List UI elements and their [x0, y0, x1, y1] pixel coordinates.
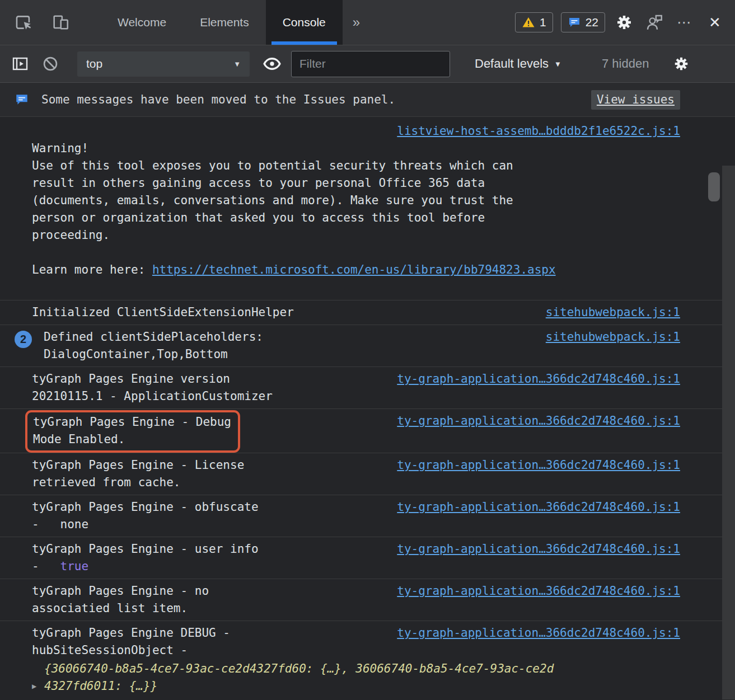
log-text: tyGraph Pages Engine version 20210115.1 … — [32, 370, 390, 405]
scrollbar-gutter — [722, 166, 735, 699]
source-link[interactable]: ty-graph-application…366dc2d748c460.js:1 — [397, 412, 680, 430]
close-devtools-icon[interactable]: ✕ — [704, 10, 726, 35]
view-issues-link[interactable]: View issues — [591, 90, 680, 110]
source-link[interactable]: ty-graph-application…366dc2d748c460.js:1 — [397, 582, 680, 600]
log-row: Initialized ClientSideExtensionHelper si… — [0, 300, 735, 325]
annotation-highlight-box: tyGraph Pages Engine - Debug Mode Enable… — [25, 410, 240, 453]
log-text: tyGraph Pages Engine - no associatied li… — [32, 582, 390, 617]
context-selector[interactable]: top ▼ — [77, 51, 250, 77]
log-row: tyGraph Pages Engine - obfuscate - none … — [0, 495, 735, 537]
log-text: Initialized ClientSideExtensionHelper — [32, 304, 539, 321]
feedback-person-icon[interactable] — [643, 10, 666, 35]
log-row: tyGraph Pages Engine - user info - true … — [0, 537, 735, 579]
issues-info-text: Some messages have been moved to the Iss… — [41, 91, 395, 109]
console-sidebar-toggle-icon[interactable] — [9, 51, 31, 76]
source-link[interactable]: listview-host-assemb…bdddb2f1e6522c.js:1 — [397, 124, 680, 138]
log-row-debug-mode: tyGraph Pages Engine - Debug Mode Enable… — [0, 409, 735, 453]
source-link[interactable]: sitehubwebpack.js:1 — [546, 328, 680, 346]
source-link[interactable]: ty-graph-application…366dc2d748c460.js:1 — [397, 499, 680, 516]
log-text: tyGraph Pages Engine - Debug Mode Enable… — [32, 412, 390, 449]
log-row: tyGraph Pages Engine - no associatied li… — [0, 579, 735, 621]
chat-bubble-icon — [568, 16, 581, 29]
tab-elements[interactable]: Elements — [183, 0, 266, 45]
device-toolbar-icon[interactable] — [49, 10, 72, 35]
more-options-icon[interactable]: ⋯ — [673, 10, 696, 35]
console-toolbar: top ▼ Default levels ▼ 7 hidden — [0, 45, 735, 83]
message-count: 22 — [586, 16, 598, 29]
repeat-count-badge: 2 — [15, 331, 32, 348]
log-row: tyGraph Pages Engine version 20210115.1 … — [0, 367, 735, 409]
tab-console[interactable]: Console — [266, 0, 343, 45]
inspect-element-icon[interactable] — [12, 10, 35, 35]
learn-more-link[interactable]: https://technet.microsoft.com/en-us/libr… — [152, 263, 556, 276]
log-text: tyGraph Pages Engine - License retrieved… — [32, 457, 390, 491]
warnings-badge[interactable]: 1 — [515, 12, 553, 32]
live-expression-eye-icon[interactable] — [261, 51, 283, 76]
source-link[interactable]: ty-graph-application…366dc2d748c460.js:1 — [397, 370, 680, 388]
chat-bubble-icon — [15, 92, 29, 107]
log-levels-label: Default levels — [475, 57, 549, 71]
source-link[interactable]: ty-graph-application…366dc2d748c460.js:1 — [397, 457, 680, 474]
more-tabs-chevron[interactable]: » — [343, 0, 370, 45]
warning-log-entry: listview-host-assemb…bdddb2f1e6522c.js:1… — [0, 117, 735, 300]
log-row-debug-object: tyGraph Pages Engine DEBUG - hubSiteSess… — [0, 621, 735, 698]
scrollbar-thumb[interactable] — [708, 172, 720, 201]
learn-more-label: Learn more here: — [32, 263, 152, 276]
tab-welcome[interactable]: Welcome — [101, 0, 183, 45]
chevron-down-icon: ▼ — [233, 60, 241, 68]
log-text: tyGraph Pages Engine - user info - true — [32, 541, 390, 575]
log-text: tyGraph Pages Engine - obfuscate - none — [32, 499, 390, 533]
log-text: tyGraph Pages Engine DEBUG - hubSiteSess… — [32, 624, 390, 659]
source-link[interactable]: ty-graph-application…366dc2d748c460.js:1 — [397, 541, 680, 558]
filter-input[interactable] — [291, 51, 450, 77]
source-link[interactable]: ty-graph-application…366dc2d748c460.js:1 — [397, 624, 680, 642]
panel-tabs: Welcome Elements Console » — [101, 0, 370, 45]
log-row: tyGraph Pages Engine - License retrieved… — [0, 453, 735, 495]
settings-gear-icon[interactable] — [613, 10, 635, 35]
expand-triangle-icon[interactable]: ▶ — [32, 660, 44, 695]
issues-info-bar: Some messages have been moved to the Iss… — [0, 83, 735, 117]
console-settings-gear-icon[interactable] — [670, 51, 692, 76]
warning-log-text: Warning! Use of this tool exposes you to… — [32, 140, 680, 244]
log-levels-dropdown[interactable]: Default levels ▼ — [475, 57, 561, 71]
console-messages: Some messages have been moved to the Iss… — [0, 83, 735, 699]
hidden-messages-count: 7 hidden — [602, 57, 649, 71]
object-preview[interactable]: {36066740-b8a5-4ce7-93ac-ce2d4327fd60: {… — [44, 660, 680, 695]
chevron-down-icon: ▼ — [554, 60, 561, 68]
warning-triangle-icon — [522, 16, 535, 29]
devtools-tabbar: Welcome Elements Console » 1 — [0, 0, 735, 45]
boolean-value: true — [60, 560, 89, 573]
log-text: Defined clientSidePlaceholders: DialogCo… — [44, 328, 539, 363]
context-selected-value: top — [86, 57, 102, 71]
source-link[interactable]: sitehubwebpack.js:1 — [546, 304, 680, 321]
messages-badge[interactable]: 22 — [561, 12, 605, 32]
clear-console-icon[interactable] — [39, 51, 62, 76]
warning-count: 1 — [540, 16, 546, 29]
log-row: 2 Defined clientSidePlaceholders: Dialog… — [0, 325, 735, 367]
